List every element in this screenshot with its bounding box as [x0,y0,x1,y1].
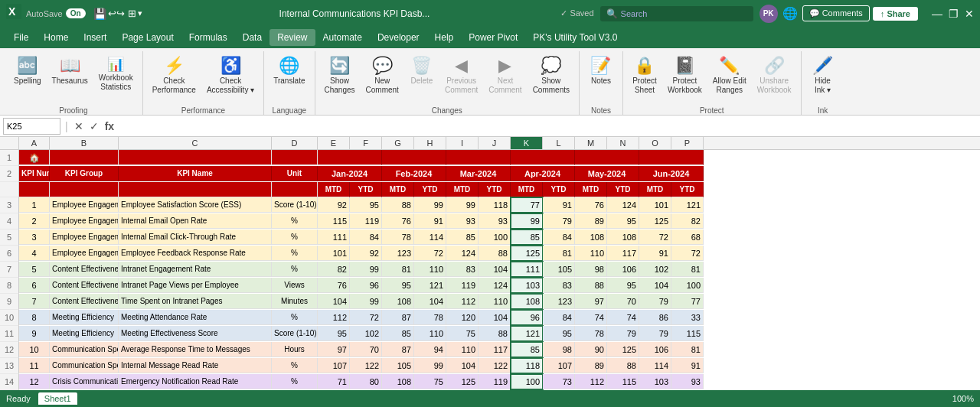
cell-kpi-name[interactable]: Meeting Effectiveness Score [119,326,272,341]
cell-f8[interactable]: 96 [350,278,382,293]
cell-e3[interactable]: 92 [318,197,350,213]
cell-n14[interactable]: 115 [607,374,639,389]
cell-o12[interactable]: 106 [639,342,671,357]
cell-O1P1[interactable] [639,150,704,165]
menu-pagelayout[interactable]: Page Layout [114,29,181,46]
cell-g13[interactable]: 105 [382,358,414,373]
cell-l7[interactable]: 105 [543,262,575,277]
cell-e13[interactable]: 107 [318,358,350,373]
cell-group[interactable]: Employee Engagement [50,246,119,261]
cell-o3[interactable]: 101 [639,197,671,213]
cell-kpi-num[interactable]: 10 [19,342,50,357]
cell-group[interactable]: Employee Engagement [50,230,119,245]
col-header-N[interactable]: N [607,137,639,149]
cell-o14[interactable]: 103 [639,374,671,389]
cell-group[interactable]: Communication Speed [50,358,119,373]
redo-icon[interactable]: ↪ [116,8,125,19]
cell-kpi-num[interactable]: 5 [19,262,50,277]
unshare-workbook-button[interactable]: 🔗 Unshare Workbook [753,54,796,98]
cell-o10[interactable]: 86 [639,310,671,325]
menu-help[interactable]: Help [427,29,462,46]
cell-o6[interactable]: 91 [639,246,671,261]
insert-function-icon[interactable]: fx [103,119,116,134]
cell-l10[interactable]: 84 [543,310,575,325]
cell-g14[interactable]: 108 [382,374,414,389]
cell-kpi-name[interactable]: Employee Feedback Response Rate [119,246,272,261]
cell-i4[interactable]: 93 [446,213,479,229]
cell-k6[interactable]: 125 [511,246,543,261]
cell-f6[interactable]: 92 [350,246,382,261]
cell-i5[interactable]: 85 [446,230,479,245]
cell-h6[interactable]: 72 [414,246,446,261]
cell-MN2[interactable]: May-2024 [575,166,639,181]
cell-unit[interactable]: Minutes [272,294,318,309]
cell-g5[interactable]: 78 [382,230,414,245]
save-icon[interactable]: 💾 [93,8,106,20]
cell-n6[interactable]: 117 [607,246,639,261]
globe-icon[interactable]: 🌐 [782,6,798,21]
cell-group[interactable]: Meeting Efficiency [50,326,119,341]
cell-m13[interactable]: 89 [575,358,607,373]
cell-kpi-num[interactable]: 4 [19,246,50,261]
cell-G1H1[interactable] [382,150,446,165]
col-header-A[interactable]: A [19,137,50,149]
cell-l5[interactable]: 84 [543,230,575,245]
cell-kpi-num[interactable]: 8 [19,310,50,325]
name-box[interactable] [3,118,60,135]
cell-f7[interactable]: 99 [350,262,382,277]
cell-e6[interactable]: 101 [318,246,350,261]
cell-A1[interactable]: 🏠 [19,150,50,165]
confirm-formula-icon[interactable]: ✓ [88,119,100,134]
cell-unit[interactable]: % [272,262,318,277]
cell-g4[interactable]: 76 [382,213,414,229]
menu-review[interactable]: Review [270,29,315,46]
cell-f5[interactable]: 84 [350,230,382,245]
workbook-statistics-button[interactable]: 📊 Workbook Statistics [94,54,138,95]
cell-kpi-name[interactable]: Meeting Attendance Rate [119,310,272,325]
notes-button[interactable]: 📝 Notes [584,54,618,89]
cell-E1F1[interactable] [318,150,382,165]
cell-l6[interactable]: 81 [543,246,575,261]
cell-unit[interactable]: % [272,310,318,325]
hide-ink-button[interactable]: 🖊️ Hide Ink ▾ [806,54,840,98]
cell-j9[interactable]: 110 [479,294,511,309]
cell-h13[interactable]: 99 [414,358,446,373]
cell-i6[interactable]: 124 [446,246,479,261]
cell-I1J1[interactable] [446,150,511,165]
menu-insert[interactable]: Insert [76,29,114,46]
close-button[interactable]: ✕ [965,8,974,20]
cell-e4[interactable]: 115 [318,213,350,229]
delete-button[interactable]: 🗑️ Delete [405,54,439,89]
cell-C2[interactable]: KPI Name [119,166,272,181]
cell-n9[interactable]: 70 [607,294,639,309]
grid-icon[interactable]: ⊞ [128,8,136,19]
cell-j6[interactable]: 88 [479,246,511,261]
user-avatar[interactable]: PK [760,5,778,23]
cell-kpi-num[interactable]: 2 [19,213,50,229]
cell-m3[interactable]: 76 [575,197,607,213]
cell-j3[interactable]: 118 [479,197,511,213]
cell-l14[interactable]: 73 [543,374,575,389]
cell-l11[interactable]: 95 [543,326,575,341]
cell-l13[interactable]: 107 [543,358,575,373]
cell-e10[interactable]: 112 [318,310,350,325]
undo-icon[interactable]: ↩ [108,8,116,19]
cell-h3[interactable]: 99 [414,197,446,213]
cell-h11[interactable]: 110 [414,326,446,341]
cell-unit[interactable]: % [272,358,318,373]
cell-i8[interactable]: 119 [446,278,479,293]
cell-p14[interactable]: 93 [671,374,704,389]
cell-p13[interactable]: 91 [671,358,704,373]
cell-g7[interactable]: 81 [382,262,414,277]
cell-o8[interactable]: 104 [639,278,671,293]
cell-i9[interactable]: 112 [446,294,479,309]
menu-home[interactable]: Home [36,29,76,46]
cell-f10[interactable]: 72 [350,310,382,325]
col-header-E[interactable]: E [318,137,350,149]
cell-A2[interactable]: KPI Number [19,166,50,181]
cell-f9[interactable]: 99 [350,294,382,309]
col-header-M[interactable]: M [575,137,607,149]
previous-comment-button[interactable]: ◀ Previous Comment [440,54,482,98]
col-header-I[interactable]: I [446,137,479,149]
menu-powerpivot[interactable]: Power Pivot [461,29,525,46]
